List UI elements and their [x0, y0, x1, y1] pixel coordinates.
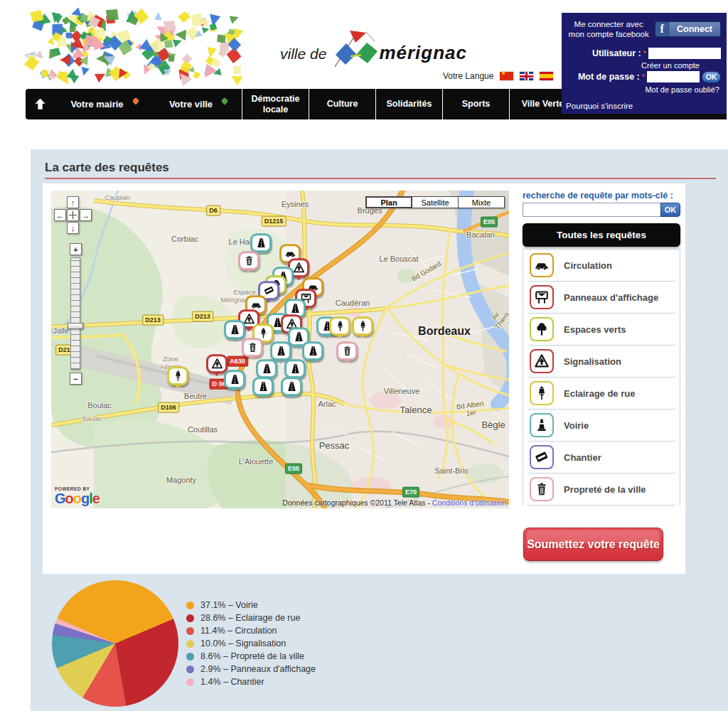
map-marker-voirie[interactable] [281, 377, 302, 396]
password-input[interactable] [647, 71, 700, 82]
lamp-icon [357, 320, 369, 332]
nav-item-label: Culture [327, 99, 358, 109]
map-marker-voirie[interactable] [270, 341, 291, 360]
home-icon [33, 97, 47, 111]
category-proprete[interactable]: Propreté de la ville [528, 474, 675, 506]
nav-item-d-mocratie-locale[interactable]: Démocratie locale [242, 89, 309, 119]
pan-left-button[interactable]: ← [54, 209, 66, 221]
google-letter: G [55, 491, 65, 506]
map-type-satellite[interactable]: Satellite [412, 196, 459, 208]
zoom-slider-handle[interactable] [68, 323, 83, 329]
requests-map[interactable]: CaupianEysinesBrugesBacalanCorbiacLe Hai… [51, 191, 509, 508]
nav-item-votre-mairie[interactable]: Votre mairie [54, 89, 155, 119]
zoom-slider-track[interactable] [70, 257, 80, 370]
home-button[interactable] [26, 89, 54, 119]
pan-up-button[interactable]: ↑ [67, 196, 79, 208]
nav-item-votre-ville[interactable]: Votre ville [155, 89, 242, 119]
nav-item-label: Démocratie locale [245, 94, 306, 114]
category-label: Panneaux d'affichage [564, 292, 658, 303]
legend-text: 11.4% – Circulation [200, 626, 277, 636]
map-marker-signalisation[interactable] [206, 354, 228, 373]
google-letter: o [73, 491, 81, 506]
category-panneaux[interactable]: Panneaux d'affichage [528, 282, 675, 314]
category-label: Signalisation [564, 356, 621, 367]
google-logo[interactable]: POWERED BY Google [55, 487, 100, 506]
search-input[interactable] [523, 203, 661, 217]
category-voirie[interactable]: Voirie [528, 410, 675, 442]
nav-item-culture[interactable]: Culture [309, 89, 375, 119]
road-icon [229, 324, 241, 336]
pan-center-button[interactable] [67, 209, 79, 221]
map-marker-voirie[interactable] [224, 320, 245, 339]
password-row: Mot de passe : * OK [567, 71, 721, 83]
road-icon [255, 237, 267, 249]
category-espaces[interactable]: Espaces verts [528, 314, 675, 346]
legend-dot [186, 640, 194, 648]
map-marker-voirie[interactable] [250, 233, 272, 252]
signal-icon [211, 358, 223, 370]
category-signalisation[interactable]: Signalisation [528, 346, 675, 378]
category-list: CirculationPanneaux d'affichageEspaces v… [523, 249, 680, 506]
map-marker-voirie[interactable] [224, 370, 245, 389]
map-marker-voirie[interactable] [302, 341, 323, 360]
map-marker-voirie[interactable] [284, 359, 306, 378]
category-eclairage[interactable]: Eclairage de rue [528, 378, 675, 410]
map-marker-voirie[interactable] [252, 377, 274, 396]
nav-item-solidarit-s[interactable]: Solidarités [375, 89, 442, 119]
category-circulation[interactable]: Circulation [528, 250, 675, 282]
map-marker-voirie[interactable] [256, 359, 277, 378]
submit-request-button[interactable]: Soumettez votre requête [523, 528, 663, 561]
drop-icon [220, 97, 228, 105]
map-type-plan[interactable]: Plan [365, 196, 412, 208]
category-chantier[interactable]: Chantier [528, 442, 675, 474]
map-widget-panel: CaupianEysinesBrugesBacalanCorbiacLe Hai… [43, 183, 685, 574]
flag-uk-icon[interactable] [520, 72, 533, 80]
confetti-shape [65, 31, 73, 39]
why-register-link[interactable]: Pourquoi s'inscrire [566, 102, 633, 110]
login-ok-button[interactable]: OK [702, 71, 721, 83]
language-selector: Votre Langue [443, 71, 553, 81]
legend-item: 10.0% – Signalisation [186, 637, 316, 650]
trash-icon [341, 345, 353, 357]
pan-down-button[interactable]: ↓ [67, 222, 79, 234]
facebook-connect-button[interactable]: f Connect [655, 21, 721, 37]
map-attribution: Données cartographiques ©2011 Tele Atlas… [282, 498, 506, 507]
all-requests-button[interactable]: Toutes les requêtes [523, 223, 680, 247]
nav-item-sports[interactable]: Sports [442, 89, 509, 119]
zoom-in-button[interactable]: + [70, 243, 82, 255]
facebook-connect-row: Me connecter avec mon compte facebook f … [567, 19, 721, 40]
pan-right-button[interactable]: → [80, 209, 92, 221]
site-logo[interactable]: ville de mérignac [280, 30, 467, 70]
search-ok-button[interactable]: OK [660, 203, 680, 217]
google-letter: e [92, 491, 100, 506]
zoom-out-button[interactable]: − [70, 373, 82, 385]
legend-item: 28.6% – Eclairage de rue [186, 611, 316, 624]
legend-text: 2.9% – Panneaux d'affichage [200, 664, 316, 674]
legend-text: 28.6% – Eclairage de rue [200, 613, 300, 623]
flag-spain-icon[interactable] [540, 72, 553, 80]
map-marker-proprete[interactable] [238, 251, 259, 270]
pan-center-icon [68, 210, 77, 220]
road-icon [261, 363, 273, 375]
map-marker-eclairage[interactable] [352, 316, 373, 336]
create-account-link[interactable]: Créer un compte [567, 61, 721, 70]
confetti-shape [202, 26, 210, 33]
legend-item: 37.1% – Voirie [186, 599, 316, 611]
terms-link[interactable]: Conditions d'utilisation [432, 498, 506, 507]
login-panel: Me connecter avec mon compte facebook f … [562, 13, 727, 114]
map-type-mixte[interactable]: Mixte [458, 196, 505, 208]
billboard-icon [530, 285, 554, 309]
username-input[interactable] [648, 48, 721, 59]
confetti-shape [79, 67, 89, 77]
map-marker-proprete[interactable] [336, 341, 358, 360]
category-label: Espaces verts [564, 324, 626, 335]
map-marker-eclairage[interactable] [167, 366, 188, 385]
map-marker-proprete[interactable] [242, 338, 263, 357]
map-marker-eclairage[interactable] [329, 316, 350, 336]
flag-china-icon[interactable] [500, 72, 513, 80]
tree-icon [530, 317, 554, 341]
pie-legend: 37.1% – Voirie28.6% – Eclairage de rue11… [186, 599, 316, 688]
facebook-connect-text: Me connecter avec mon compte facebook [567, 19, 650, 40]
nav-item-label: Sports [462, 99, 491, 109]
forgot-password-link[interactable]: Mot de passe oublié? [567, 85, 721, 94]
